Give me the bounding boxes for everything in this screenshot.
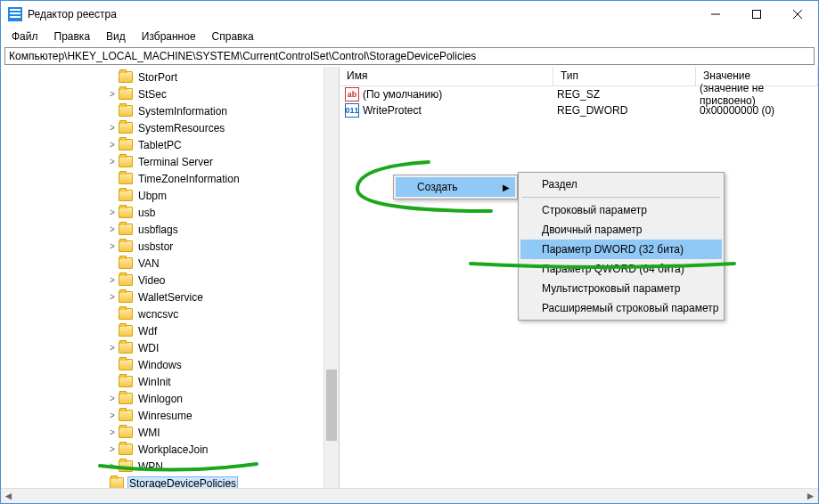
titlebar: Редактор реестра — [1, 1, 818, 28]
value-row[interactable]: 011WriteProtectREG_DWORD0x00000000 (0) — [340, 102, 818, 118]
window: Редактор реестра Файл Правка Вид Избранн… — [0, 0, 819, 504]
tree-item[interactable]: >TabletPC — [1, 136, 324, 153]
tree-item[interactable]: >SystemResources — [1, 119, 324, 136]
submenu-string[interactable]: Строковый параметр — [520, 200, 722, 220]
list-body[interactable]: ab(По умолчанию)REG_SZ(значение не присв… — [340, 86, 818, 488]
expander-icon[interactable]: > — [106, 157, 119, 167]
tree-label: Winresume — [136, 410, 194, 422]
expander-icon[interactable]: > — [106, 89, 119, 99]
folder-icon — [119, 257, 133, 269]
submenu-expstr[interactable]: Расширяемый строковый параметр — [520, 298, 722, 318]
expander-icon[interactable]: > — [106, 275, 119, 285]
expander-icon[interactable]: > — [106, 140, 119, 150]
string-value-icon: ab — [345, 87, 359, 102]
folder-icon — [119, 71, 133, 83]
tree-label: StorPort — [136, 71, 179, 84]
tree-label: WorkplaceJoin — [136, 443, 209, 456]
submenu-binary[interactable]: Двоичный параметр — [520, 220, 722, 240]
tree[interactable]: StorPort>StSecSystemInformation>SystemRe… — [1, 67, 324, 488]
tree-label: WalletService — [136, 291, 205, 304]
tree-item[interactable]: >Winlogon — [1, 390, 324, 407]
expander-icon[interactable]: > — [106, 411, 119, 420]
address-bar[interactable]: Компьютер\HKEY_LOCAL_MACHINE\SYSTEM\Curr… — [4, 47, 815, 65]
col-type[interactable]: Тип — [553, 67, 696, 85]
folder-icon — [119, 325, 133, 337]
tree-label: WPN — [136, 460, 165, 473]
value-name: (По умолчанию) — [363, 88, 557, 101]
tree-item[interactable]: Wdf — [1, 322, 324, 339]
tree-item[interactable]: wcncsvc — [1, 305, 324, 322]
submenu-multistr[interactable]: Мультистроковый параметр — [520, 279, 722, 298]
tree-item[interactable]: >Winresume — [1, 407, 324, 424]
expander-icon[interactable]: > — [106, 444, 119, 454]
tree-item[interactable]: >WPN — [1, 458, 324, 475]
tree-item[interactable]: >usbflags — [1, 221, 324, 238]
value-type: REG_SZ — [557, 88, 700, 101]
value-value: (значение не присвоено) — [700, 82, 818, 107]
folder-icon — [119, 122, 133, 134]
close-button[interactable] — [777, 1, 818, 28]
tree-scrollbar[interactable] — [324, 67, 339, 488]
expander-icon[interactable]: > — [106, 241, 119, 251]
folder-icon — [119, 460, 133, 472]
tree-label: StSec — [136, 88, 168, 101]
scroll-left-icon[interactable]: ◄ — [1, 489, 16, 503]
tree-item[interactable]: >StSec — [1, 85, 324, 102]
expander-icon[interactable]: > — [106, 292, 119, 302]
tree-item[interactable]: Windows — [1, 356, 324, 373]
tree-item[interactable]: Ubpm — [1, 187, 324, 204]
tree-label: usb — [136, 207, 157, 219]
tree-item[interactable]: VAN — [1, 255, 324, 272]
expander-icon[interactable]: > — [106, 461, 119, 471]
submenu-key[interactable]: Раздел — [520, 175, 722, 194]
folder-icon — [119, 156, 133, 167]
expander-icon[interactable]: > — [106, 224, 119, 234]
tree-item[interactable]: StorageDevicePolicies — [1, 475, 324, 488]
menu-view[interactable]: Вид — [99, 28, 133, 45]
menu-file[interactable]: Файл — [4, 28, 45, 45]
menu-favorites[interactable]: Избранное — [135, 28, 203, 45]
tree-label: WDI — [136, 342, 160, 354]
horizontal-scrollbar[interactable]: ◄ ► — [1, 488, 818, 503]
tree-item[interactable]: >WalletService — [1, 289, 324, 305]
folder-icon — [119, 308, 133, 320]
menu-help[interactable]: Справка — [205, 28, 261, 45]
scroll-track[interactable] — [16, 489, 803, 503]
context-menu: Создать ▶ — [393, 175, 518, 199]
tree-label: Terminal Server — [136, 156, 215, 168]
tree-item[interactable]: >usb — [1, 204, 324, 221]
menu-edit[interactable]: Правка — [47, 28, 98, 45]
tree-item[interactable]: >WDI — [1, 339, 324, 356]
tree-label: wcncsvc — [136, 308, 180, 321]
folder-icon — [119, 105, 133, 117]
tree-item[interactable]: SystemInformation — [1, 102, 324, 119]
tree-item[interactable]: >Terminal Server — [1, 153, 324, 170]
tree-item[interactable]: WinInit — [1, 373, 324, 390]
submenu-dword[interactable]: Параметр DWORD (32 бита) — [520, 240, 722, 259]
col-name[interactable]: Имя — [340, 67, 553, 85]
value-row[interactable]: ab(По умолчанию)REG_SZ(значение не присв… — [340, 86, 818, 102]
expander-icon[interactable]: > — [106, 427, 119, 437]
tree-item[interactable]: StorPort — [1, 69, 324, 85]
folder-icon — [119, 393, 133, 404]
tree-item[interactable]: >WMI — [1, 424, 324, 441]
tree-scrollbar-thumb[interactable] — [326, 370, 337, 441]
maximize-button[interactable] — [736, 1, 777, 28]
tree-label: WinInit — [136, 376, 173, 388]
tree-label: TabletPC — [136, 139, 184, 151]
expander-icon[interactable]: > — [106, 343, 119, 353]
expander-icon[interactable]: > — [106, 207, 119, 217]
tree-item[interactable]: >Video — [1, 272, 324, 289]
tree-item[interactable]: >WorkplaceJoin — [1, 441, 324, 458]
expander-icon[interactable]: > — [106, 394, 119, 403]
context-create[interactable]: Создать ▶ — [396, 177, 515, 197]
tree-label: TimeZoneInformation — [136, 173, 242, 185]
scroll-right-icon[interactable]: ► — [803, 489, 818, 503]
tree-item[interactable]: TimeZoneInformation — [1, 170, 324, 187]
minimize-button[interactable] — [695, 1, 736, 28]
folder-icon — [119, 139, 133, 150]
folder-icon — [119, 224, 133, 235]
submenu-qword[interactable]: Параметр QWORD (64 бита) — [520, 259, 722, 279]
tree-item[interactable]: >usbstor — [1, 238, 324, 255]
expander-icon[interactable]: > — [106, 123, 119, 133]
